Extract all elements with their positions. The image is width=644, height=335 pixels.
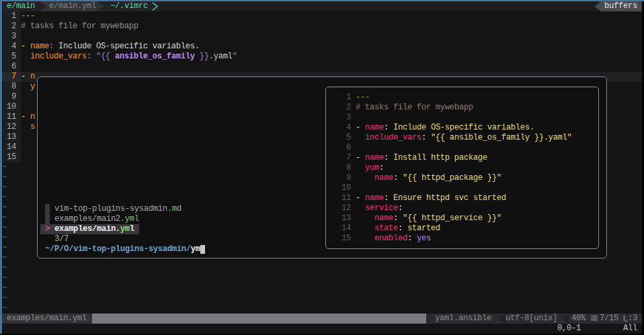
svg-text:N: N bbox=[625, 319, 627, 324]
